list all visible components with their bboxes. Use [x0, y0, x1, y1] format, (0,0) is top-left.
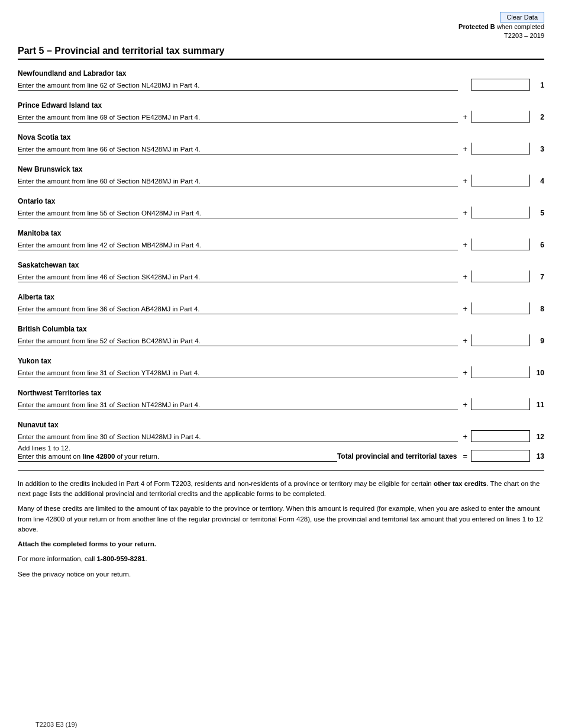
- section-2-plus: +: [463, 112, 467, 123]
- section-10: Yukon taxEnter the amount from line 31 o…: [18, 357, 544, 383]
- when-completed-label: when completed: [497, 23, 544, 30]
- section-2-input[interactable]: [471, 111, 530, 123]
- nunavut-input-area: + 12: [460, 430, 544, 442]
- section-7: Saskatchewan taxEnter the amount from li…: [18, 261, 544, 287]
- section-4-row: Enter the amount from line 60 of Section…: [18, 175, 544, 186]
- other-tax-credits-bold: other tax credits: [434, 480, 486, 487]
- top-bar: Clear Data Protected B when completed T2…: [18, 12, 544, 43]
- section-8-input[interactable]: [471, 302, 530, 314]
- section-11: Northwest Territories taxEnter the amoun…: [18, 389, 544, 415]
- section-9: British Columbia taxEnter the amount fro…: [18, 325, 544, 351]
- section-9-line-number: 9: [532, 337, 544, 346]
- section-11-input[interactable]: [471, 398, 530, 410]
- section-6-desc: Enter the amount from line 42 of Section…: [18, 241, 458, 250]
- section-6-title: Manitoba tax: [18, 229, 544, 237]
- section-3-desc: Enter the amount from line 66 of Section…: [18, 146, 458, 154]
- section-1-input[interactable]: [471, 79, 530, 91]
- footer-divider: [18, 470, 544, 471]
- total-row-wrapper: Add lines 1 to 12. Enter this amount on …: [18, 444, 544, 462]
- section-4-input-area: +4: [460, 175, 544, 186]
- attach-forms-bold: Attach the completed forms to your retur…: [18, 540, 156, 547]
- clear-data-button[interactable]: Clear Data: [500, 12, 544, 22]
- section-9-desc: Enter the amount from line 52 of Section…: [18, 337, 458, 346]
- section-7-row: Enter the amount from line 46 of Section…: [18, 270, 544, 282]
- section-7-input-area: +7: [460, 270, 544, 282]
- section-3: Nova Scotia taxEnter the amount from lin…: [18, 133, 544, 159]
- section-5-row: Enter the amount from line 55 of Section…: [18, 207, 544, 218]
- footer-para4: For more information, call 1-800-959-828…: [18, 554, 544, 564]
- section-8-desc: Enter the amount from line 36 of Section…: [18, 305, 458, 314]
- sections-container: Newfoundland and Labrador taxEnter the a…: [18, 69, 544, 415]
- section-5-input-area: +5: [460, 207, 544, 218]
- form-footer-id: T2203 E3 (19): [35, 721, 77, 728]
- section-10-title: Yukon tax: [18, 357, 544, 365]
- section-7-plus: +: [463, 272, 467, 282]
- section-6: Manitoba taxEnter the amount from line 4…: [18, 229, 544, 255]
- enter-amount-label: Enter this amount on line 42800 of your …: [18, 453, 337, 462]
- section-9-input[interactable]: [471, 334, 530, 346]
- phone-number-bold: 1-800-959-8281: [97, 555, 146, 562]
- total-input-area: Total provincial and territorial taxes =…: [337, 450, 544, 462]
- section-2-line-number: 2: [532, 113, 544, 123]
- footer-para5: See the privacy notice on your return.: [18, 569, 544, 579]
- footer-para1: In addition to the credits included in P…: [18, 479, 544, 500]
- section-11-row: Enter the amount from line 31 of Section…: [18, 398, 544, 410]
- section-3-input[interactable]: [471, 143, 530, 154]
- nunavut-desc: Enter the amount from line 30 of Section…: [18, 433, 458, 442]
- section-2: Prince Edward Island taxEnter the amount…: [18, 101, 544, 127]
- section-3-line-number: 3: [532, 145, 544, 154]
- section-2-input-area: +2: [460, 111, 544, 123]
- section-8-title: Alberta tax: [18, 293, 544, 301]
- section-9-input-area: +9: [460, 334, 544, 346]
- section-6-plus: +: [463, 240, 467, 250]
- section-8-line-number: 8: [532, 305, 544, 314]
- section-1-input-area: +1: [460, 79, 544, 91]
- protected-info: Protected B when completed T2203 – 2019: [458, 22, 544, 41]
- section-11-title: Northwest Territories tax: [18, 389, 544, 397]
- section-1-title: Newfoundland and Labrador tax: [18, 69, 544, 78]
- section-3-title: Nova Scotia tax: [18, 133, 544, 141]
- section-4-line-number: 4: [532, 177, 544, 186]
- footer-text: In addition to the credits included in P…: [18, 479, 544, 579]
- total-provincial-label: Total provincial and territorial taxes: [337, 452, 457, 462]
- section-6-row: Enter the amount from line 42 of Section…: [18, 239, 544, 250]
- section-6-input-area: +6: [460, 239, 544, 250]
- section-5-plus: +: [463, 208, 467, 218]
- section-2-desc: Enter the amount from line 69 of Section…: [18, 114, 458, 123]
- section-10-desc: Enter the amount from line 31 of Section…: [18, 369, 458, 378]
- section-8: Alberta taxEnter the amount from line 36…: [18, 293, 544, 319]
- section-4-desc: Enter the amount from line 60 of Section…: [18, 178, 458, 186]
- section-2-title: Prince Edward Island tax: [18, 101, 544, 109]
- nunavut-input[interactable]: [471, 430, 530, 442]
- section-4: New Brunswick taxEnter the amount from l…: [18, 165, 544, 191]
- total-input[interactable]: [471, 450, 530, 462]
- section-5-line-number: 5: [532, 209, 544, 218]
- section-11-line-number: 11: [532, 401, 544, 410]
- section-8-row: Enter the amount from line 36 of Section…: [18, 302, 544, 314]
- section-5-input[interactable]: [471, 207, 530, 218]
- section-10-input[interactable]: [471, 366, 530, 378]
- section-4-plus: +: [463, 176, 467, 186]
- total-line-number: 13: [532, 452, 544, 462]
- section-9-row: Enter the amount from line 52 of Section…: [18, 334, 544, 346]
- page-title: Part 5 – Provincial and territorial tax …: [18, 46, 544, 60]
- section-7-desc: Enter the amount from line 46 of Section…: [18, 273, 458, 282]
- add-lines-label: Add lines 1 to 12.: [18, 444, 337, 452]
- section-11-desc: Enter the amount from line 31 of Section…: [18, 401, 458, 410]
- nunavut-title: Nunavut tax: [18, 421, 544, 429]
- section-2-row: Enter the amount from line 69 of Section…: [18, 111, 544, 123]
- section-8-plus: +: [463, 304, 467, 314]
- equals-sign: =: [463, 452, 467, 462]
- section-7-input[interactable]: [471, 270, 530, 282]
- section-6-line-number: 6: [532, 241, 544, 250]
- section-3-plus: +: [463, 144, 467, 154]
- section-10-input-area: +10: [460, 366, 544, 378]
- section-4-title: New Brunswick tax: [18, 165, 544, 173]
- nunavut-row: Enter the amount from line 30 of Section…: [18, 430, 544, 442]
- section-7-title: Saskatchewan tax: [18, 261, 544, 269]
- section-4-input[interactable]: [471, 175, 530, 186]
- section-10-line-number: 10: [532, 369, 544, 378]
- section-11-plus: +: [463, 400, 467, 410]
- section-3-input-area: +3: [460, 143, 544, 154]
- section-6-input[interactable]: [471, 239, 530, 250]
